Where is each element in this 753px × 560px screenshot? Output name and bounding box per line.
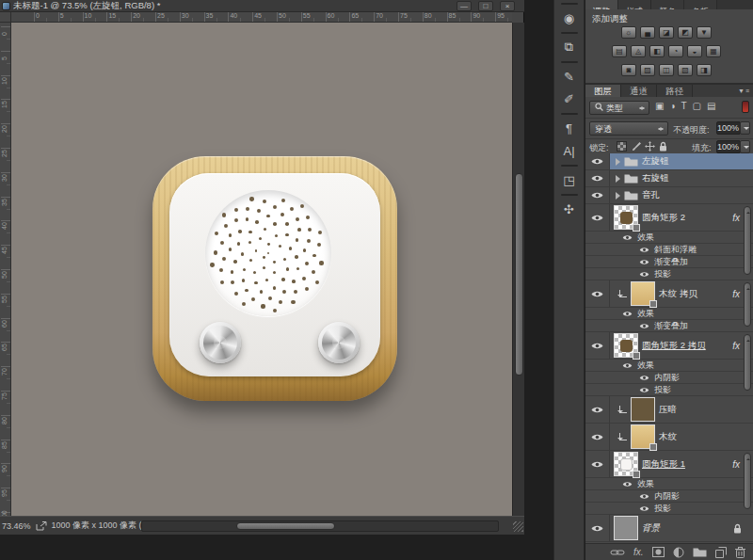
layer-row-左旋钮[interactable]: 左旋钮 — [585, 153, 753, 170]
fill-arrow-button[interactable] — [740, 140, 750, 153]
layers-tab-通道[interactable]: 通道 — [621, 85, 657, 97]
close-button[interactable]: × — [500, 1, 515, 11]
visibility-eye-icon[interactable] — [591, 406, 603, 414]
filter-pixel-layers-icon[interactable]: ▣ — [655, 101, 664, 111]
color-balance-icon[interactable]: ◬ — [631, 45, 646, 57]
layers-tab-图层[interactable]: 图层 — [585, 85, 621, 97]
dock-group-handle[interactable] — [561, 61, 578, 63]
resize-grip[interactable] — [513, 521, 523, 532]
layer-thumbnail[interactable] — [614, 452, 638, 476]
panel-tab-色板[interactable]: 色板 — [684, 0, 717, 9]
effect-row-投影[interactable]: 投影 — [585, 268, 753, 280]
speaker-icon-artwork[interactable] — [152, 156, 397, 401]
layer-styles-icon[interactable]: fx. — [633, 547, 644, 557]
layer-row-右旋钮[interactable]: 右旋钮 — [585, 170, 753, 187]
visibility-eye-icon[interactable] — [591, 433, 603, 441]
canvas-vertical-scrollbar[interactable] — [512, 23, 524, 516]
layer-row-圆角矩形 2 拷贝[interactable]: 圆角矩形 2 拷贝fx — [585, 332, 753, 360]
minimize-button[interactable]: — — [457, 1, 472, 11]
layer-name[interactable]: 圆角矩形 1 — [642, 458, 685, 471]
dock-group-handle[interactable] — [561, 32, 578, 34]
3d-panel-icon[interactable]: ◳ — [554, 168, 584, 191]
visibility-eye-icon[interactable] — [639, 492, 649, 499]
lock-all-icon[interactable] — [659, 141, 667, 152]
fill-value[interactable]: 100% — [716, 140, 741, 153]
panel-menu-icon[interactable]: ▼≡ — [738, 88, 750, 94]
visibility-eye-icon[interactable] — [622, 480, 632, 487]
vibrance-icon[interactable]: ▼ — [697, 26, 712, 39]
visibility-eye-icon[interactable] — [591, 290, 603, 298]
visibility-eye-icon[interactable] — [591, 524, 603, 533]
layer-thumbnail[interactable] — [614, 333, 638, 358]
layer-row-圆角矩形 1[interactable]: 圆角矩形 1fx — [585, 451, 753, 478]
visibility-eye-icon[interactable] — [591, 342, 603, 350]
layer-name[interactable]: 木纹 — [659, 431, 677, 443]
dock-group-handle[interactable] — [561, 165, 578, 167]
visibility-eye-icon[interactable] — [591, 157, 603, 166]
dock-group-handle[interactable] — [561, 3, 578, 5]
layer-row-压暗[interactable]: 压暗 — [585, 396, 753, 424]
dock-group-handle[interactable] — [561, 113, 578, 115]
lock-pixels-icon[interactable] — [632, 141, 642, 152]
layer-thumbnail[interactable] — [614, 516, 638, 540]
effect-row-投影[interactable]: 投影 — [585, 503, 753, 515]
new-adjustment-layer-icon[interactable] — [673, 547, 684, 558]
curves-icon[interactable]: ◪ — [659, 26, 674, 39]
layer-name[interactable]: 圆角矩形 2 — [642, 212, 685, 224]
effect-row-渐变叠加[interactable]: 渐变叠加 — [585, 256, 753, 268]
gradient-map-icon[interactable]: ▧ — [678, 64, 693, 76]
link-layers-icon[interactable] — [610, 549, 625, 556]
dock-group-handle[interactable] — [561, 194, 578, 196]
visibility-eye-icon[interactable] — [622, 361, 632, 368]
new-layer-icon[interactable] — [715, 547, 727, 558]
visibility-eye-icon[interactable] — [622, 233, 632, 240]
document-title-bar[interactable]: 未标题-1 @ 73.5% (左旋钮, RGB/8) * — □ × — [0, 0, 524, 12]
mini-bridge-icon[interactable]: ◉ — [554, 7, 584, 29]
threshold-icon[interactable]: ◫ — [659, 64, 674, 76]
effect-row-渐变叠加[interactable]: 渐变叠加 — [585, 320, 753, 332]
visibility-eye-icon[interactable] — [622, 310, 632, 316]
filter-smart-objects-icon[interactable]: ▤ — [707, 101, 715, 111]
layer-name[interactable]: 圆角矩形 2 拷贝 — [642, 340, 706, 352]
expand-triangle-icon[interactable] — [616, 192, 620, 200]
tool-presets-icon[interactable]: ✐ — [554, 88, 584, 110]
lock-position-icon[interactable] — [645, 141, 655, 152]
blend-mode-dropdown[interactable]: 穿透 — [589, 121, 668, 136]
lock-transparency-icon[interactable] — [617, 141, 627, 152]
layer-thumbnail[interactable] — [631, 281, 655, 306]
layer-name[interactable]: 左旋钮 — [642, 155, 669, 168]
fx-indicator[interactable]: fx — [732, 341, 740, 351]
layer-row-圆角矩形 2[interactable]: 圆角矩形 2fx — [585, 204, 753, 232]
visibility-eye-icon[interactable] — [639, 270, 649, 277]
clone-source-icon[interactable]: ⧉ — [554, 36, 584, 58]
black-white-icon[interactable]: ◧ — [649, 45, 665, 57]
opacity-arrow-button[interactable] — [740, 121, 750, 135]
color-lookup-icon[interactable]: ▦ — [706, 45, 721, 57]
layer-thumbnail[interactable] — [614, 205, 638, 230]
layer-thumbnail[interactable] — [631, 424, 655, 449]
invert-icon[interactable]: ◙ — [621, 64, 636, 76]
zoom-level-field[interactable]: 73.46% — [2, 521, 31, 531]
layer-row-木纹 拷贝[interactable]: 木纹 拷贝fx — [585, 280, 753, 308]
filter-type-dropdown[interactable]: 类型 — [589, 101, 649, 115]
effect-row-内阴影[interactable]: 内阴影 — [585, 490, 753, 503]
visibility-eye-icon[interactable] — [591, 174, 603, 183]
effect-row-投影[interactable]: 投影 — [585, 384, 753, 396]
canvas-horizontal-scrollbar[interactable] — [141, 520, 499, 532]
layer-name[interactable]: 右旋钮 — [642, 172, 669, 184]
visibility-eye-icon[interactable] — [639, 246, 649, 252]
effects-header-row[interactable]: 效果 — [585, 360, 753, 372]
collapse-effects-bar[interactable] — [744, 334, 751, 391]
layer-row-背景[interactable]: 背景 — [585, 515, 753, 542]
new-group-icon[interactable] — [693, 547, 707, 557]
vertical-scrollbar-thumb[interactable] — [515, 173, 523, 376]
posterize-icon[interactable]: ▨ — [640, 64, 655, 76]
visibility-eye-icon[interactable] — [639, 504, 649, 511]
layer-row-木纹[interactable]: 木纹 — [585, 424, 753, 451]
effect-row-斜面和浮雕[interactable]: 斜面和浮雕 — [585, 244, 753, 256]
share-panel-icon[interactable]: ✣ — [554, 198, 584, 220]
exposure-icon[interactable]: ◩ — [678, 26, 693, 39]
fx-indicator[interactable]: fx — [732, 289, 740, 299]
panel-tab-调整[interactable]: 调整 — [585, 0, 618, 9]
collapse-effects-bar[interactable] — [744, 206, 751, 275]
